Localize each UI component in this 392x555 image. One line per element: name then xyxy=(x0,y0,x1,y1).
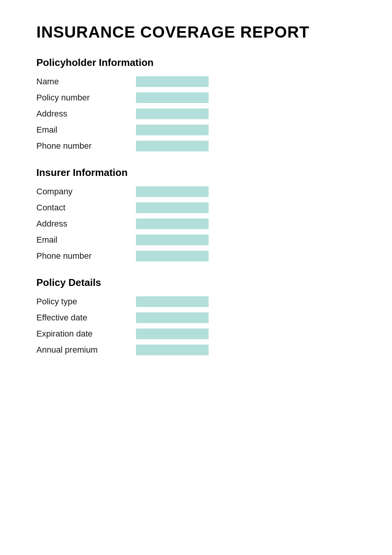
section-insurer: Insurer InformationCompanyContactAddress… xyxy=(36,167,356,261)
field-label: Annual premium xyxy=(36,345,121,355)
field-label: Name xyxy=(36,77,121,87)
field-row: Expiration date xyxy=(36,328,356,339)
field-value-box[interactable] xyxy=(136,76,209,87)
field-label: Effective date xyxy=(36,313,121,323)
field-row: Effective date xyxy=(36,312,356,323)
field-value-box[interactable] xyxy=(136,141,209,151)
section-heading-policy-details: Policy Details xyxy=(36,277,356,289)
field-label: Email xyxy=(36,125,121,135)
field-label: Phone number xyxy=(36,141,121,151)
field-row: Email xyxy=(36,235,356,245)
field-label: Policy type xyxy=(36,297,121,307)
field-value-box[interactable] xyxy=(136,235,209,245)
field-value-box[interactable] xyxy=(136,125,209,135)
field-value-box[interactable] xyxy=(136,108,209,119)
section-policy-details: Policy DetailsPolicy typeEffective dateE… xyxy=(36,277,356,355)
field-row: Annual premium xyxy=(36,345,356,355)
field-value-box[interactable] xyxy=(136,251,209,261)
field-label: Expiration date xyxy=(36,329,121,339)
field-value-box[interactable] xyxy=(136,92,209,103)
field-value-box[interactable] xyxy=(136,218,209,229)
field-row: Policy type xyxy=(36,296,356,307)
field-row: Contact xyxy=(36,202,356,213)
field-value-box[interactable] xyxy=(136,328,209,339)
field-row: Company xyxy=(36,186,356,197)
field-value-box[interactable] xyxy=(136,312,209,323)
field-row: Address xyxy=(36,218,356,229)
field-label: Policy number xyxy=(36,93,121,103)
page-title: INSURANCE COVERAGE REPORT xyxy=(36,23,356,41)
section-policyholder: Policyholder InformationNamePolicy numbe… xyxy=(36,57,356,151)
field-value-box[interactable] xyxy=(136,296,209,307)
field-label: Contact xyxy=(36,203,121,213)
field-row: Address xyxy=(36,108,356,119)
field-row: Name xyxy=(36,76,356,87)
field-label: Address xyxy=(36,109,121,119)
field-label: Email xyxy=(36,235,121,245)
field-row: Phone number xyxy=(36,251,356,261)
section-heading-insurer: Insurer Information xyxy=(36,167,356,179)
field-row: Phone number xyxy=(36,141,356,151)
field-label: Phone number xyxy=(36,251,121,261)
field-label: Company xyxy=(36,187,121,197)
field-row: Email xyxy=(36,125,356,135)
field-value-box[interactable] xyxy=(136,345,209,355)
field-value-box[interactable] xyxy=(136,202,209,213)
field-value-box[interactable] xyxy=(136,186,209,197)
section-heading-policyholder: Policyholder Information xyxy=(36,57,356,69)
field-row: Policy number xyxy=(36,92,356,103)
field-label: Address xyxy=(36,219,121,229)
